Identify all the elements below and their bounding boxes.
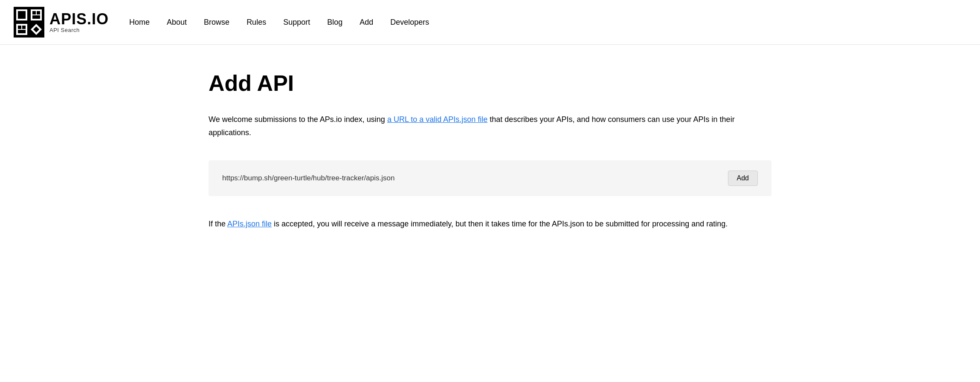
nav-rules[interactable]: Rules	[246, 18, 266, 27]
nav-blog[interactable]: Blog	[327, 18, 342, 27]
nav-add[interactable]: Add	[360, 18, 373, 27]
main-content: Add API We welcome submissions to the AP…	[191, 45, 789, 248]
logo-subtitle: API Search	[49, 27, 109, 33]
nav-about[interactable]: About	[167, 18, 187, 27]
page-title: Add API	[209, 70, 771, 96]
nav-browse[interactable]: Browse	[204, 18, 229, 27]
site-header: APIS.IO API Search Home About Browse Rul…	[0, 0, 980, 45]
svg-rect-5	[37, 11, 40, 14]
svg-rect-7	[16, 24, 27, 35]
add-button[interactable]: Add	[728, 171, 758, 186]
apis-json-link-main[interactable]: a URL to a valid APIs.json file	[387, 115, 487, 124]
main-nav: Home About Browse Rules Support Blog Add…	[129, 18, 429, 27]
nav-developers[interactable]: Developers	[390, 18, 429, 27]
nav-home[interactable]: Home	[129, 18, 150, 27]
description-before-link: We welcome submissions to the APs.io ind…	[209, 115, 387, 124]
svg-rect-4	[32, 11, 36, 14]
footer-after-link: is accepted, you will receive a message …	[272, 220, 728, 228]
logo-text: APIS.IO API Search	[49, 12, 109, 33]
url-input-area: Add	[209, 160, 771, 196]
svg-rect-8	[18, 26, 21, 29]
svg-rect-3	[31, 9, 42, 20]
logo-title: APIS.IO	[49, 12, 109, 27]
footer-before-link: If the	[209, 220, 227, 228]
svg-rect-6	[32, 15, 40, 19]
svg-rect-9	[22, 26, 26, 29]
logo-link[interactable]: APIS.IO API Search	[14, 7, 109, 38]
description-text: We welcome submissions to the APs.io ind…	[209, 113, 771, 139]
footer-description: If the APIs.json file is accepted, you w…	[209, 217, 771, 231]
url-input[interactable]	[222, 174, 723, 182]
apis-json-link-footer[interactable]: APIs.json file	[227, 220, 272, 228]
nav-support[interactable]: Support	[283, 18, 310, 27]
logo-icon	[14, 7, 44, 38]
svg-rect-10	[18, 30, 26, 33]
svg-rect-2	[18, 11, 26, 19]
